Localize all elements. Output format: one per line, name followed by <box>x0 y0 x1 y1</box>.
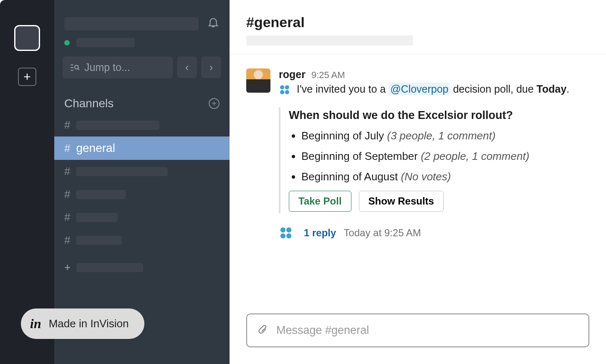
history-forward-button[interactable]: › <box>201 56 221 78</box>
add-workspace-button[interactable]: + <box>18 68 36 86</box>
add-channel-button[interactable]: + <box>209 98 220 109</box>
svg-point-5 <box>280 86 284 90</box>
svg-point-6 <box>285 86 289 90</box>
hash-icon: # <box>64 211 70 224</box>
channel-name <box>76 236 122 245</box>
jump-to-placeholder: Jump to... <box>84 61 130 73</box>
message-time: 9:25 AM <box>311 70 345 81</box>
presence-indicator-icon <box>64 40 70 46</box>
svg-point-12 <box>286 233 291 238</box>
channel-name <box>76 121 159 130</box>
svg-point-10 <box>286 228 291 233</box>
svg-point-8 <box>285 90 289 94</box>
channel-name <box>76 190 126 199</box>
attachment-icon[interactable] <box>257 323 267 338</box>
message-input[interactable] <box>276 324 578 337</box>
workspace-name[interactable] <box>64 17 199 30</box>
message-text: I've invited you to a @Cloverpop decisio… <box>279 83 569 96</box>
reply-count[interactable]: 1 reply <box>304 227 336 239</box>
search-list-icon <box>69 62 80 73</box>
channel-general[interactable]: #general <box>54 136 230 160</box>
poll-option: Beginning of August (No votes) <box>301 170 569 183</box>
reply-time: Today at 9:25 AM <box>343 227 421 239</box>
hash-icon: # <box>64 234 70 247</box>
svg-point-9 <box>280 228 285 233</box>
message: roger 9:25 AM I've invited you to a @Clo… <box>246 68 589 240</box>
message-list: roger 9:25 AM I've invited you to a @Clo… <box>230 54 606 313</box>
channel-item[interactable]: # <box>54 160 230 183</box>
channel-item[interactable]: # <box>54 114 230 136</box>
svg-point-3 <box>75 65 78 69</box>
user-name[interactable] <box>76 38 135 47</box>
add-item[interactable] <box>76 263 143 272</box>
channel-item[interactable]: # <box>54 229 230 252</box>
svg-point-7 <box>280 90 284 94</box>
channels-heading: Channels <box>64 97 114 110</box>
channel-name <box>76 213 118 222</box>
poll-attachment: When should we do the Excelsior rollout?… <box>279 107 569 213</box>
history-back-button[interactable]: ‹ <box>177 56 197 78</box>
message-composer[interactable] <box>246 313 589 347</box>
poll-option: Beginning of July (3 people, 1 comment) <box>301 129 569 142</box>
channel-topic[interactable] <box>246 35 413 46</box>
jump-to-input[interactable]: Jump to... <box>63 56 173 78</box>
message-author[interactable]: roger <box>279 68 306 81</box>
plus-icon: + <box>64 261 71 274</box>
channel-title: #general <box>246 14 589 30</box>
channel-name <box>76 167 168 176</box>
invision-badge[interactable]: in Made in InVision <box>21 308 144 339</box>
channel-item[interactable]: # <box>54 183 230 206</box>
svg-point-11 <box>280 233 285 238</box>
workspace-switcher[interactable] <box>14 25 40 51</box>
cloverpop-icon <box>279 84 290 96</box>
app-window: + Jump to... ‹ › Channels + ##general###… <box>0 0 606 364</box>
invision-logo-icon: in <box>30 316 41 331</box>
cloverpop-icon <box>279 226 293 240</box>
take-poll-button[interactable]: Take Poll <box>289 191 351 212</box>
hash-icon: # <box>64 188 70 201</box>
poll-question: When should we do the Excelsior rollout? <box>289 109 569 122</box>
main-pane: #general roger 9:25 AM I've invited you … <box>230 0 606 364</box>
notifications-icon[interactable] <box>207 16 220 31</box>
channel-name: general <box>76 142 115 155</box>
hash-icon: # <box>64 142 70 155</box>
invision-badge-text: Made in InVision <box>49 317 129 330</box>
show-results-button[interactable]: Show Results <box>359 191 444 212</box>
avatar[interactable] <box>246 68 270 93</box>
thread-summary[interactable]: 1 reply Today at 9:25 AM <box>279 226 569 240</box>
channel-header: #general <box>230 0 606 54</box>
svg-line-4 <box>78 68 79 70</box>
mention-cloverpop[interactable]: @Cloverpop <box>389 83 450 95</box>
poll-option: Beginning of September (2 people, 1 comm… <box>301 150 569 163</box>
hash-icon: # <box>64 119 70 131</box>
hash-icon: # <box>64 165 70 178</box>
channel-item[interactable]: # <box>54 206 230 229</box>
